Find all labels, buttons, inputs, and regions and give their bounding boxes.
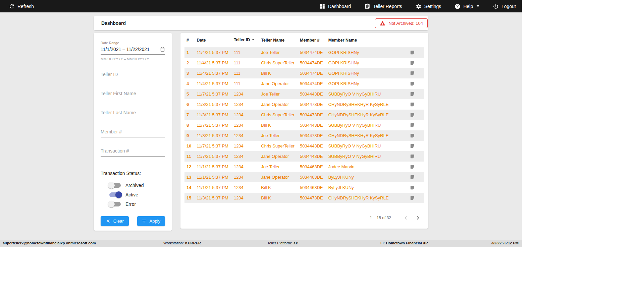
member-number-cell: 5034473DE bbox=[297, 193, 326, 203]
table-row[interactable]: 4 11/4/21 5:37 PM 111 Jane Operator 5034… bbox=[184, 78, 424, 89]
note-icon[interactable] bbox=[410, 185, 415, 190]
note-icon[interactable] bbox=[410, 92, 415, 97]
fi-value: Hometown Financial XP bbox=[386, 241, 428, 245]
member-number-cell: 5034473DE bbox=[297, 99, 326, 110]
table-row[interactable]: 7 11/3/21 5:37 PM 1234 Chris SuperTeller… bbox=[184, 110, 424, 120]
note-icon[interactable] bbox=[410, 112, 415, 117]
column-header-teller-name[interactable]: Teller Name bbox=[258, 33, 297, 47]
toggle-row-archived: Archived bbox=[109, 182, 165, 189]
member-number-cell: 5034473DE bbox=[297, 130, 326, 141]
column-header-note bbox=[400, 33, 424, 47]
nav-item-logout[interactable]: Logout bbox=[493, 3, 516, 9]
member-name-cell: ByLyJI KUNy bbox=[326, 172, 400, 182]
teller-id-cell: 111 bbox=[231, 58, 258, 68]
date-cell: 11/3/21 5:37 PM bbox=[194, 193, 231, 203]
member-name-cell: SUBByRyO V NyGyBHIRU bbox=[326, 89, 400, 99]
table-row[interactable]: 8 11/7/21 5:37 PM 1234 Bill K 5034443DE … bbox=[184, 120, 424, 130]
teller-first-name-input[interactable] bbox=[101, 89, 165, 99]
date-cell: 11/3/21 5:37 PM bbox=[194, 99, 231, 110]
member-number-cell: 5034443DE bbox=[297, 89, 326, 99]
error-toggle[interactable] bbox=[109, 202, 121, 206]
member-number-cell: 5034474DE bbox=[297, 78, 326, 89]
transaction-number-input[interactable] bbox=[101, 146, 165, 157]
member-number-cell: 5034463DE bbox=[297, 182, 326, 193]
teller-name-cell: Chris SuperTeller bbox=[258, 141, 297, 151]
table-row[interactable]: 2 11/4/21 5:37 PM 111 Chris SuperTeller … bbox=[184, 58, 424, 68]
table-row[interactable]: 3 11/4/21 5:37 PM 111 Bill K 5034474DE G… bbox=[184, 68, 424, 78]
note-icon[interactable] bbox=[410, 81, 415, 86]
column-header-date[interactable]: Date bbox=[194, 33, 231, 47]
table-row[interactable]: 13 11/1/21 5:37 PM 1234 Jane Operator 50… bbox=[184, 172, 424, 182]
close-icon bbox=[106, 219, 111, 224]
note-icon[interactable] bbox=[410, 195, 415, 200]
page-header: Dashboard Not Archived: 104 bbox=[94, 16, 428, 30]
row-number-cell: 13 bbox=[184, 172, 194, 182]
note-icon[interactable] bbox=[410, 143, 415, 148]
date-range-field[interactable]: 11/1/2021 – 11/22/2021 bbox=[101, 45, 165, 55]
nav-item-settings[interactable]: Settings bbox=[416, 3, 441, 9]
warning-icon bbox=[380, 20, 385, 26]
refresh-button[interactable]: Refresh bbox=[9, 3, 34, 9]
note-icon[interactable] bbox=[410, 175, 415, 180]
note-icon[interactable] bbox=[410, 60, 415, 65]
note-cell bbox=[400, 151, 424, 162]
column-header-member-name[interactable]: Member Name bbox=[326, 33, 400, 47]
transactions-tbody: 1 11/4/21 5:37 PM 111 Joe Teller 5034474… bbox=[184, 47, 424, 203]
row-number-cell: 4 bbox=[184, 78, 194, 89]
filter-icon bbox=[142, 219, 147, 224]
note-icon[interactable] bbox=[410, 164, 415, 169]
previous-page-button[interactable] bbox=[400, 212, 412, 224]
table-row[interactable]: 12 11/1/21 5:37 PM 1234 Joe Teller 50344… bbox=[184, 162, 424, 172]
clear-button[interactable]: Clear bbox=[101, 216, 129, 226]
note-icon[interactable] bbox=[410, 133, 415, 138]
nav-item-help[interactable]: Help bbox=[454, 3, 479, 9]
table-row[interactable]: 5 11/7/21 5:37 PM 1234 Joe Teller 503444… bbox=[184, 89, 424, 99]
note-cell bbox=[400, 78, 424, 89]
workstation-value: KURRER bbox=[185, 241, 201, 245]
note-icon[interactable] bbox=[410, 154, 415, 159]
workstation-label: Workstation: bbox=[163, 241, 184, 245]
date-cell: 11/4/21 5:37 PM bbox=[194, 47, 231, 58]
note-cell bbox=[400, 47, 424, 58]
teller-id-input[interactable] bbox=[101, 70, 165, 80]
teller-name-cell: Jane Operator bbox=[258, 99, 297, 110]
member-name-cell: CHyNDRySHEKHyR KySyRLE bbox=[326, 130, 400, 141]
member-number-input[interactable] bbox=[101, 127, 165, 137]
row-number-cell: 10 bbox=[184, 141, 194, 151]
note-icon[interactable] bbox=[410, 50, 415, 55]
table-row[interactable]: 10 11/7/21 5:37 PM 1234 Chris SuperTelle… bbox=[184, 141, 424, 151]
transactions-table: # Date Teller ID Teller Name Member # Me… bbox=[184, 33, 424, 203]
teller-last-name-input[interactable] bbox=[101, 108, 165, 118]
teller-id-cell: 1234 bbox=[231, 89, 258, 99]
table-row[interactable]: 15 11/3/21 5:37 PM 1234 Bill K 5034473DE… bbox=[184, 193, 424, 203]
active-toggle[interactable] bbox=[109, 192, 121, 197]
not-archived-badge[interactable]: Not Archived: 104 bbox=[375, 18, 428, 28]
table-row[interactable]: 6 11/3/21 5:37 PM 1234 Jane Operator 503… bbox=[184, 99, 424, 110]
power-icon bbox=[493, 3, 499, 9]
teller-name-cell: Jane Operator bbox=[258, 172, 297, 182]
note-icon[interactable] bbox=[410, 123, 415, 128]
table-row[interactable]: 11 11/7/21 5:37 PM 1234 Jane Operator 50… bbox=[184, 151, 424, 162]
apply-button[interactable]: Apply bbox=[137, 216, 165, 226]
column-header-teller-id[interactable]: Teller ID bbox=[231, 33, 258, 47]
table-row[interactable]: 1 11/4/21 5:37 PM 111 Joe Teller 5034474… bbox=[184, 47, 424, 58]
top-navbar: Refresh Dashboard Teller Reports Sett bbox=[0, 0, 522, 12]
row-number-cell: 5 bbox=[184, 89, 194, 99]
note-icon[interactable] bbox=[410, 71, 415, 76]
row-number-cell: 7 bbox=[184, 110, 194, 120]
teller-id-cell: 1234 bbox=[231, 130, 258, 141]
note-cell bbox=[400, 172, 424, 182]
nav-item-dashboard[interactable]: Dashboard bbox=[319, 3, 351, 9]
teller-name-cell: Jane Operator bbox=[258, 78, 297, 89]
table-row[interactable]: 14 11/1/21 5:37 PM 1234 Bill K 5034463DE… bbox=[184, 182, 424, 193]
archived-toggle[interactable] bbox=[109, 183, 121, 188]
calendar-icon[interactable] bbox=[160, 47, 165, 52]
member-name-cell: GOPI KRISHNy bbox=[326, 78, 400, 89]
column-header-number[interactable]: # bbox=[184, 33, 194, 47]
column-header-member-number[interactable]: Member # bbox=[297, 33, 326, 47]
nav-item-teller-reports[interactable]: Teller Reports bbox=[364, 3, 402, 9]
note-icon[interactable] bbox=[410, 102, 415, 107]
next-page-button[interactable] bbox=[412, 212, 424, 224]
active-toggle-label: Active bbox=[125, 192, 138, 197]
table-row[interactable]: 9 11/3/21 5:37 PM 1234 Joe Teller 503447… bbox=[184, 130, 424, 141]
